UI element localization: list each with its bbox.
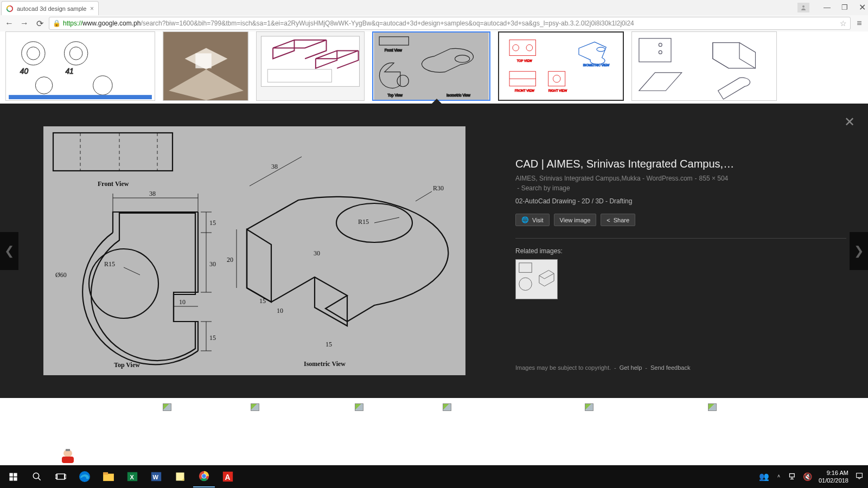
svg-text:41: 41 <box>65 67 73 75</box>
divider <box>515 238 846 239</box>
svg-rect-77 <box>55 475 57 479</box>
next-image-button[interactable]: ❯ <box>850 232 868 270</box>
broken-image-icon[interactable] <box>585 403 593 411</box>
get-help-link[interactable]: Get help <box>620 364 642 371</box>
tab-close-icon[interactable]: × <box>90 5 94 12</box>
svg-rect-15 <box>195 53 212 68</box>
svg-rect-81 <box>103 472 108 475</box>
svg-text:Front View: Front View <box>385 48 402 52</box>
google-favicon-icon <box>6 5 14 12</box>
volume-tray-icon[interactable]: 🔇 <box>803 472 812 481</box>
tray-chevron-icon[interactable]: ＾ <box>776 473 782 481</box>
task-view-button[interactable] <box>50 466 72 487</box>
related-images-label: Related images: <box>515 247 846 255</box>
cad-iso-30: 30 <box>314 249 320 257</box>
address-bar[interactable]: 🔒 https://www.google.com.ph/search?biw=1… <box>49 17 851 30</box>
result-thumb[interactable] <box>256 31 365 101</box>
window-minimize-icon[interactable]: — <box>824 3 831 11</box>
url-host: www.google.com.ph <box>82 20 141 27</box>
result-thumb[interactable] <box>163 31 248 101</box>
excel-app-icon[interactable]: X <box>122 466 143 487</box>
profile-icon[interactable] <box>797 3 809 12</box>
main-image[interactable]: Front View R15 Ø6 <box>43 126 465 375</box>
broken-image-icon[interactable] <box>708 403 717 411</box>
svg-text:W: W <box>153 474 159 480</box>
search-by-image-link[interactable]: Search by image <box>521 184 570 192</box>
network-tray-icon[interactable] <box>788 472 796 481</box>
visit-button[interactable]: 🌐Visit <box>515 214 550 226</box>
svg-text:Isometric View: Isometric View <box>446 93 470 97</box>
result-thumb-selected[interactable]: Front View Top View Isometric View <box>372 31 490 101</box>
cad-iso-38: 38 <box>271 163 278 170</box>
lock-icon: 🔒 <box>53 20 61 27</box>
cad-dim-10: 10 <box>179 298 186 306</box>
window-close-icon[interactable]: ✕ <box>859 2 866 12</box>
clock-time: 9:16 AM <box>819 469 848 477</box>
share-icon: < <box>607 217 610 223</box>
svg-rect-72 <box>9 477 12 480</box>
cad-iso-r15: R15 <box>358 218 369 226</box>
prev-image-button[interactable]: ❮ <box>0 232 18 270</box>
window-controls: — ❐ ✕ <box>797 0 866 12</box>
svg-text:Top View: Top View <box>388 93 403 98</box>
image-viewer: ❮ ❯ ✕ Front View <box>0 104 868 398</box>
image-source-line: AIMES, Srinivas Integrated Campus,Mukka … <box>515 174 846 193</box>
result-thumb[interactable] <box>631 31 777 101</box>
reload-button[interactable]: ⟳ <box>34 18 46 29</box>
globe-icon: 🌐 <box>521 216 529 223</box>
svg-rect-11 <box>9 95 152 99</box>
cad-iso-15a: 15 <box>259 297 266 305</box>
image-title[interactable]: CAD | AIMES, Srinivas Integrated Campus,… <box>515 158 846 170</box>
bookmark-star-icon[interactable]: ☆ <box>840 19 847 28</box>
cad-r15-label: R15 <box>104 260 115 268</box>
broken-image-icon[interactable] <box>251 403 259 411</box>
send-feedback-link[interactable]: Send feedback <box>650 364 690 371</box>
svg-text:ISOMETRIC VIEW: ISOMETRIC VIEW <box>583 63 610 67</box>
browser-tab[interactable]: autocad 3d design sample × <box>1 1 99 15</box>
svg-rect-78 <box>65 475 66 479</box>
broken-image-icon[interactable] <box>443 403 451 411</box>
windows-taskbar: X W A 👥 ＾ 🔇 9:16 AM 01/02/2018 <box>0 465 868 488</box>
cad-dim-15a: 15 <box>209 219 216 227</box>
forward-button[interactable]: → <box>18 18 30 28</box>
svg-rect-67 <box>516 260 557 299</box>
search-button[interactable] <box>26 466 48 487</box>
edge-app-icon[interactable] <box>74 466 95 487</box>
svg-point-74 <box>33 473 39 479</box>
cad-iso-r30: R30 <box>433 184 444 192</box>
notifications-tray-icon[interactable] <box>855 472 864 481</box>
svg-rect-39 <box>633 32 776 100</box>
file-explorer-icon[interactable] <box>98 466 119 487</box>
svg-rect-19 <box>374 33 488 100</box>
page-content: 4041 Front View Top View Isometric View <box>0 31 868 465</box>
taskbar-clock[interactable]: 9:16 AM 01/02/2018 <box>819 469 848 485</box>
svg-text:40: 40 <box>20 67 29 75</box>
image-info-panel: CAD | AIMES, Srinivas Integrated Campus,… <box>515 158 846 371</box>
svg-rect-99 <box>62 457 74 463</box>
assistant-character-icon <box>54 447 81 465</box>
url-path: /search?biw=1600&bih=799&tbm=isch&sa=1&e… <box>141 20 634 27</box>
window-maximize-icon[interactable]: ❐ <box>841 3 848 11</box>
broken-image-icon[interactable] <box>163 403 171 411</box>
autocad-app-icon[interactable]: A <box>217 466 239 487</box>
cad-iso-20: 20 <box>227 256 233 264</box>
svg-rect-71 <box>14 473 17 476</box>
related-thumb[interactable] <box>515 259 558 299</box>
result-thumb[interactable]: TOP VIEW FRONT VIEW RIGHT VIEW ISOMETRIC… <box>498 31 624 101</box>
chrome-app-icon[interactable] <box>193 466 215 487</box>
sticky-notes-icon[interactable] <box>169 466 191 487</box>
close-viewer-button[interactable]: ✕ <box>844 114 855 130</box>
image-source[interactable]: AIMES, Srinivas Integrated Campus,Mukka … <box>515 175 693 182</box>
share-button[interactable]: <Share <box>601 214 635 226</box>
start-button[interactable] <box>2 466 24 487</box>
back-button[interactable]: ← <box>3 18 15 28</box>
word-app-icon[interactable]: W <box>145 466 167 487</box>
people-tray-icon[interactable]: 👥 <box>759 472 769 481</box>
chrome-menu-icon[interactable]: ≡ <box>854 18 865 28</box>
view-image-button[interactable]: View image <box>554 214 597 226</box>
cad-iso-10: 10 <box>277 307 283 314</box>
tab-strip: autocad 3d design sample × — ❐ ✕ <box>0 0 868 15</box>
broken-image-icon[interactable] <box>355 403 363 411</box>
result-thumb[interactable]: 4041 <box>5 31 155 101</box>
svg-rect-17 <box>261 36 359 87</box>
